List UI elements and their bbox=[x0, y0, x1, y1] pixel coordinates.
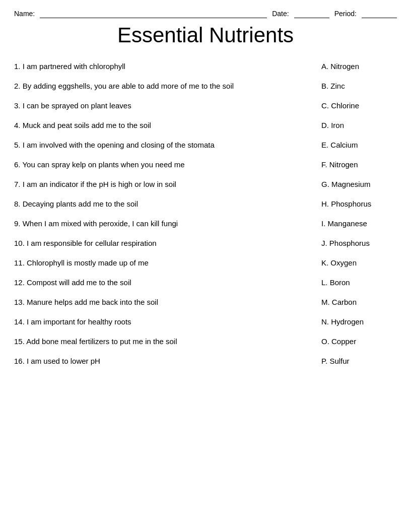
question-text: 11. Chlorophyll is mostly made up of me bbox=[14, 257, 306, 268]
question-text: 7. I am an indicator if the pH is high o… bbox=[14, 179, 306, 189]
question-text: 15. Add bone meal fertilizers to put me … bbox=[14, 336, 306, 347]
page-title: Essential Nutrients bbox=[14, 23, 397, 47]
answer-text: B. Zinc bbox=[306, 82, 397, 90]
answer-text: O. Copper bbox=[306, 337, 397, 346]
date-label: Date: bbox=[272, 10, 289, 18]
question-text: 3. I can be sprayed on plant leaves bbox=[14, 100, 306, 111]
qa-row: 13. Manure helps add me back into the so… bbox=[14, 292, 397, 312]
qa-row: 14. I am important for healthy rootsN. H… bbox=[14, 312, 397, 331]
qa-row: 5. I am involved with the opening and cl… bbox=[14, 135, 397, 155]
qa-row: 8. Decaying plants add me to the soilH. … bbox=[14, 194, 397, 214]
answer-text: M. Carbon bbox=[306, 298, 397, 306]
answer-text: H. Phosphorus bbox=[306, 200, 397, 208]
answer-text: C. Chlorine bbox=[306, 101, 397, 110]
name-field[interactable] bbox=[40, 9, 267, 18]
qa-row: 12. Compost will add me to the soilL. Bo… bbox=[14, 273, 397, 292]
question-text: 13. Manure helps add me back into the so… bbox=[14, 297, 306, 307]
qa-row: 10. I am responsible for cellular respir… bbox=[14, 233, 397, 253]
header: Name: Date: Period: bbox=[14, 9, 397, 18]
qa-row: 1. I am partnered with chlorophyllA. Nit… bbox=[14, 56, 397, 76]
answer-text: P. Sulfur bbox=[306, 357, 397, 365]
answer-text: E. Calcium bbox=[306, 141, 397, 149]
qa-row: 15. Add bone meal fertilizers to put me … bbox=[14, 331, 397, 351]
qa-row: 3. I can be sprayed on plant leavesC. Ch… bbox=[14, 96, 397, 115]
question-text: 5. I am involved with the opening and cl… bbox=[14, 140, 306, 150]
answer-text: K. Oxygen bbox=[306, 258, 397, 267]
qa-row: 6. You can spray kelp on plants when you… bbox=[14, 155, 397, 174]
answer-text: D. Iron bbox=[306, 121, 397, 129]
question-text: 8. Decaying plants add me to the soil bbox=[14, 198, 306, 209]
qa-row: 9. When I am mixed with peroxide, I can … bbox=[14, 214, 397, 233]
qa-row: 4. Muck and peat soils add me to the soi… bbox=[14, 115, 397, 135]
qa-row: 2. By adding eggshells, you are able to … bbox=[14, 76, 397, 96]
question-text: 9. When I am mixed with peroxide, I can … bbox=[14, 218, 306, 229]
qa-row: 11. Chlorophyll is mostly made up of meK… bbox=[14, 253, 397, 273]
answer-text: F. Nitrogen bbox=[306, 160, 397, 169]
period-label: Period: bbox=[334, 10, 357, 18]
qa-row: 7. I am an indicator if the pH is high o… bbox=[14, 174, 397, 194]
question-text: 1. I am partnered with chlorophyll bbox=[14, 61, 306, 72]
question-text: 4. Muck and peat soils add me to the soi… bbox=[14, 120, 306, 130]
question-text: 6. You can spray kelp on plants when you… bbox=[14, 159, 306, 170]
date-field[interactable] bbox=[294, 9, 329, 18]
question-text: 16. I am used to lower pH bbox=[14, 356, 306, 366]
name-label: Name: bbox=[14, 10, 35, 18]
answer-text: G. Magnesium bbox=[306, 180, 397, 188]
qa-section: 1. I am partnered with chlorophyllA. Nit… bbox=[14, 56, 397, 371]
question-text: 14. I am important for healthy roots bbox=[14, 316, 306, 327]
question-text: 12. Compost will add me to the soil bbox=[14, 277, 306, 288]
answer-text: J. Phosphorus bbox=[306, 239, 397, 247]
answer-text: A. Nitrogen bbox=[306, 62, 397, 71]
qa-row: 16. I am used to lower pHP. Sulfur bbox=[14, 351, 397, 371]
answer-text: N. Hydrogen bbox=[306, 317, 397, 326]
period-field[interactable] bbox=[362, 9, 397, 18]
question-text: 2. By adding eggshells, you are able to … bbox=[14, 81, 306, 91]
answer-text: L. Boron bbox=[306, 278, 397, 287]
question-text: 10. I am responsible for cellular respir… bbox=[14, 238, 306, 248]
answer-text: I. Manganese bbox=[306, 219, 397, 228]
